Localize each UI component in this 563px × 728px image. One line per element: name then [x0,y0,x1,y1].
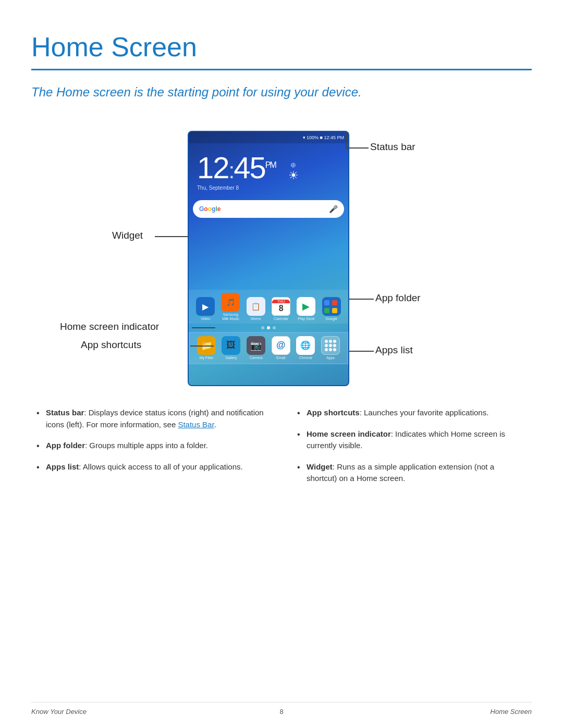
dock-row: 📁 My Files 🖼 Gallery 📷 Camera @ Email 🌐 [189,332,348,364]
app-email: @ Email [269,336,293,360]
bullet-term-app-folder: App folder [46,441,85,450]
clock-area: 12:45PM Thu, September 8 ⊕ ☀ [189,143,348,195]
app-video: ▶ Video [193,297,217,321]
app-apps-label: Apps [326,356,335,360]
video-icon: ▶ [196,297,215,316]
playstore-icon: ▶ [297,297,315,316]
app-memo-label: Memo [251,317,261,321]
app-google-folder: Google [320,297,344,321]
app-myfiles: 📁 My Files [194,336,218,360]
bullet-col-right: App shortcuts: Launches your favorite ap… [297,407,527,485]
bullet-term-status-bar: Status bar [46,408,84,417]
bullet-term-home-indicator: Home screen indicator [307,429,391,438]
google-folder-icon [322,297,341,316]
bullet-app-shortcuts: App shortcuts: Launches your favorite ap… [297,407,527,419]
status-bar-text: ▾ 100% ■ 12:45 PM [303,135,344,140]
clock-pm: PM [265,161,276,169]
app-music-label: SamsungMilk Music [222,313,239,322]
widget-line-h [155,236,189,237]
mic-icon: 🎤 [329,205,338,213]
bullet-apps-list: Apps list: Allows quick access to all of… [36,461,266,473]
calendar-icon: THU 8 [272,297,290,316]
app-calendar: THU 8 Calendar [269,297,293,321]
indicator-dot-3 [273,326,276,329]
app-chrome: 🌐 Chrome [293,336,317,360]
apps-list-icon [321,336,340,355]
app-email-label: Email [276,356,286,360]
indicator-dot-active [267,326,270,329]
bullet-app-folder: App folder: Groups multiple apps into a … [36,440,266,452]
home-screen-indicator-label: Home screen indicator [60,321,159,332]
app-google-label: Google [326,317,338,321]
app-camera: 📷 Camera [244,336,268,360]
app-gallery-label: Gallery [225,356,237,360]
app-camera-label: Camera [250,356,263,360]
bullet-status-bar: Status bar: Displays device status icons… [36,407,266,430]
app-playstore-label: Play Store [298,317,314,321]
title-divider [31,69,532,70]
page-number: 8 [279,708,283,715]
email-icon: @ [272,336,290,355]
status-bar-label: Status bar [370,141,415,152]
app-myfiles-label: My Files [200,356,213,360]
bullet-widget: Widget: Runs as a simple application ext… [297,461,527,485]
clock-time: 12:45PM [197,153,276,183]
app-folder-line-h [349,299,374,300]
footer-right: Home Screen [491,708,532,715]
widget-label: Widget [112,230,143,241]
phone-status-bar: ▾ 100% ■ 12:45 PM [189,132,348,143]
bullet-term-apps-list: Apps list [46,462,79,471]
page-subtitle: The Home screen is the starting point fo… [31,85,532,100]
annotation-apps-list: Apps list [375,344,413,356]
app-memo: 📋 Memo [244,297,268,321]
app-calendar-label: Calendar [274,317,288,321]
bullet-col-left: Status bar: Displays device status icons… [36,407,266,485]
app-apps: Apps [319,336,342,360]
app-folder-label: App folder [375,292,421,303]
bullet-term-widget: Widget [307,462,333,471]
chrome-icon: 🌐 [296,336,315,355]
bullet-section: Status bar: Displays device status icons… [31,407,532,485]
footer-left: Know Your Device [31,708,87,715]
app-playstore: ▶ Play Store [294,297,318,321]
annotation-status-bar: Status bar [370,141,415,153]
memo-icon: 📋 [247,297,265,316]
app-music: 🎵 SamsungMilk Music [218,293,242,322]
wallpaper-spacer [189,222,348,290]
home-screen-indicator [189,324,348,332]
apps-list-line-h [349,351,374,352]
app-video-label: Video [201,317,210,321]
status-bar-line-h [347,147,369,149]
app-shortcuts-label: App shortcuts [81,339,141,350]
app-row: ▶ Video 🎵 SamsungMilk Music 📋 Memo THU 8 [189,290,348,324]
diagram-section: ▾ 100% ■ 12:45 PM 12:45PM Thu, September… [31,120,532,397]
annotation-app-shortcuts: App shortcuts [81,339,141,351]
google-logo: Google [199,205,221,213]
myfiles-icon: 📁 [197,336,216,355]
app-gallery: 🖼 Gallery [219,336,243,360]
indicator-dot-1 [261,326,264,329]
page-title: Home Screen [31,31,532,63]
clock-date: Thu, September 8 [197,185,276,191]
annotation-app-folder: App folder [375,292,421,304]
bullet-home-indicator: Home screen indicator: Indicates which H… [297,428,527,452]
google-search-widget[interactable]: Google 🎤 [193,200,344,218]
phone-screen: ▾ 100% ■ 12:45 PM 12:45PM Thu, September… [188,131,349,386]
phone-mockup: ▾ 100% ■ 12:45 PM 12:45PM Thu, September… [188,131,349,386]
music-icon: 🎵 [221,293,240,312]
annotation-home-indicator: Home screen indicator [60,321,159,332]
apps-list-label: Apps list [375,344,413,355]
camera-icon: 📷 [247,336,265,355]
bullet-term-app-shortcuts: App shortcuts [307,408,360,417]
app-chrome-label: Chrome [299,356,312,360]
annotation-widget: Widget [112,230,143,241]
status-bar-link[interactable]: Status Bar [178,420,214,429]
gallery-icon: 🖼 [222,336,240,355]
